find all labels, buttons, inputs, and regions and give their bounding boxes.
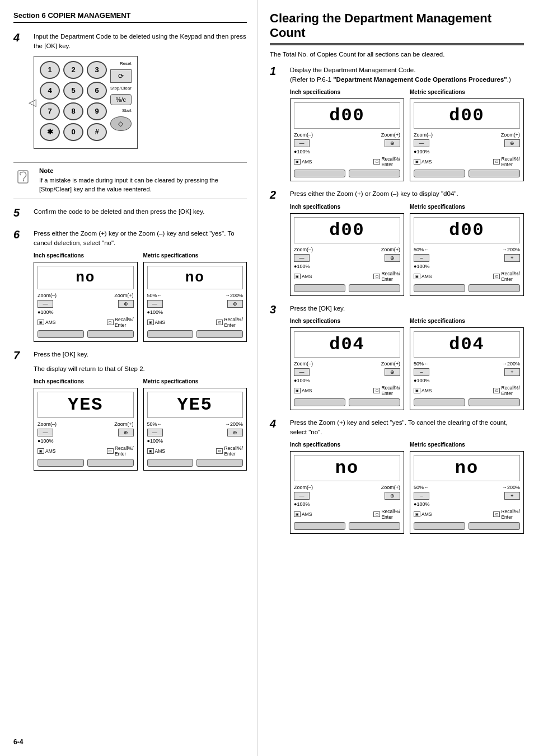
step7-inch-spec: YES Zoom(–) Zoom(+) — ⊕ ●100% — [34, 388, 138, 471]
step6-inch-btn-plus[interactable]: ⊕ — [118, 300, 134, 308]
key-8[interactable]: 8 — [63, 102, 83, 120]
r-step4-inch-btn-m[interactable]: — — [294, 492, 310, 500]
r-step4-metric-btn-m[interactable]: – — [414, 492, 429, 500]
r-step2-inch-label: Inch specifications — [290, 204, 404, 210]
step7-inch-zoom-minus: Zoom(–) — [38, 421, 57, 427]
right-step-1-content: Display the Department Management Code. … — [290, 65, 524, 182]
r-step3-metric-bl[interactable] — [414, 398, 465, 406]
r-step3-metric-spec: d04 50%← →200% – + ●100% ▣ AMS ⊡ Recall — [410, 327, 524, 410]
r-step4-inch-spec: no Zoom(–) Zoom(+) — ⊕ ●100% ▣ AMS ⊡ Re — [290, 451, 404, 534]
r-step1-metric-bl[interactable] — [414, 170, 465, 177]
right-step-4-row: 4 Press the Zoom (+) key and select "yes… — [270, 418, 524, 534]
step7-inch-btn-plus[interactable]: ⊕ — [118, 429, 134, 436]
step7-metric-btn-plus[interactable]: ⊕ — [227, 429, 243, 436]
key-5[interactable]: 5 — [63, 82, 83, 100]
r-step3-metric-btn-m[interactable]: – — [414, 368, 429, 376]
key-6[interactable]: 6 — [87, 82, 107, 100]
key-2[interactable]: 2 — [63, 61, 83, 79]
note-box: Note If a mistake is made during input i… — [13, 162, 247, 199]
step6-inch-recall: ⊡ Recall%/Enter — [107, 317, 134, 328]
step7-metric-btn-minus[interactable]: — — [147, 429, 163, 436]
r-step3-inch-btn-p[interactable]: ⊕ — [385, 368, 400, 376]
step-4-row: 4 Input the Department Code to be delete… — [13, 32, 247, 154]
step7-metric-btn-l[interactable] — [147, 459, 194, 467]
r-step3-inch-br[interactable] — [349, 398, 400, 406]
r-step1-metric-br[interactable] — [469, 170, 520, 177]
step7-metric-zoom-50: 50%← — [147, 421, 162, 427]
key-1[interactable]: 1 — [40, 61, 60, 79]
stopclear-label: Stop/Clear — [110, 86, 132, 91]
r-step2-inch-bl[interactable] — [294, 284, 345, 292]
key-4[interactable]: 4 — [40, 82, 60, 100]
start-key[interactable]: ◇ — [110, 116, 132, 131]
key-3[interactable]: 3 — [87, 61, 107, 79]
key-star[interactable]: ✱ — [40, 123, 60, 141]
step7-inch-btn-r[interactable] — [87, 459, 134, 467]
key-9[interactable]: 9 — [87, 102, 107, 120]
step7-metric-display: YE5 — [147, 392, 243, 418]
step6-inch-btn-l[interactable] — [38, 330, 84, 338]
r-step1-m-zoom-minus: Zoom(–) — [414, 132, 433, 138]
r-step4-inch-label: Inch specifications — [290, 442, 404, 448]
step6-inch-display: no — [38, 266, 134, 289]
r-step4-inch-btn-p[interactable]: ⊕ — [385, 492, 400, 500]
r-step4-inch-bl[interactable] — [294, 522, 345, 530]
step7-inch-label: Inch specifications — [34, 378, 138, 384]
step7-metric-100: ●100% — [147, 438, 163, 444]
r-step3-metric-br[interactable] — [469, 398, 520, 406]
step6-metric-zoom-50: 50%← — [147, 293, 162, 298]
key-0[interactable]: 0 — [63, 123, 83, 141]
r-step1-metric-btn-p[interactable]: ⊕ — [504, 139, 520, 147]
r-step2-inch-btn-p[interactable]: ⊕ — [385, 254, 400, 262]
svg-rect-0 — [18, 171, 28, 183]
r-step2-metric-br[interactable] — [469, 284, 520, 292]
key-hash[interactable]: # — [87, 123, 107, 141]
right-step-4-text: Press the Zoom (+) key and select "yes".… — [290, 418, 524, 438]
step-4-content: Input the Department Code to be deleted … — [34, 32, 247, 154]
r-step2-inch-btn-m[interactable]: — — [294, 254, 310, 262]
step6-inch-btn-minus[interactable]: — — [38, 300, 53, 308]
reset-key[interactable]: ⟳ — [110, 69, 132, 83]
step6-metric-btn-plus[interactable]: ⊕ — [227, 300, 243, 308]
r-step3-inch-btn-m[interactable]: — — [294, 368, 310, 376]
r-step2-inch-br[interactable] — [349, 284, 400, 292]
r-step1-metric-label: Metric specifications — [410, 89, 524, 95]
r-step2-metric-btn-m[interactable]: – — [414, 254, 429, 262]
r-step1-inch-bl[interactable] — [294, 170, 345, 177]
step7-metric-label: Metric specifications — [143, 378, 247, 384]
r-step3-metric-label: Metric specifications — [410, 318, 524, 324]
r-step4-metric-label: Metric specifications — [410, 442, 524, 448]
r-step1-inch-btn-p[interactable]: ⊕ — [385, 139, 400, 147]
step6-metric-btn-minus[interactable]: — — [147, 300, 163, 308]
step7-inch-btn-minus[interactable]: — — [38, 429, 53, 436]
step6-metric-btn-r[interactable] — [196, 330, 243, 338]
step6-metric-btn-l[interactable] — [147, 330, 194, 338]
step6-metric-label: Metric specifications — [143, 252, 247, 259]
step7-inch-100: ●100% — [38, 438, 53, 444]
right-step-3-text: Press the [OK] key. — [290, 304, 524, 313]
r-step1-inch-btn-m[interactable]: — — [294, 139, 310, 147]
step7-metric-btn-r[interactable] — [196, 459, 243, 467]
right-step-3-row: 3 Press the [OK] key. Inch specification… — [270, 304, 524, 410]
r-step2-metric-btn-p[interactable]: + — [504, 254, 520, 262]
r-step4-metric-btn-p[interactable]: + — [504, 492, 520, 500]
step7-metric-recall: ⊡ Recall%/Enter — [216, 445, 243, 457]
r-step4-metric-bl[interactable] — [414, 522, 465, 530]
key-7[interactable]: 7 — [40, 102, 60, 120]
r-step1-metric-btn-m[interactable]: — — [414, 139, 429, 147]
stop-clear-key[interactable]: %/c — [110, 94, 132, 105]
step6-metric-spec: no 50%← →200% — ⊕ ●100% ▣ — [143, 262, 247, 342]
r-step3-inch-bl[interactable] — [294, 398, 345, 406]
step-7-number: 7 — [13, 350, 29, 361]
r-step2-metric-bl[interactable] — [414, 284, 465, 292]
r-step4-inch-br[interactable] — [349, 522, 400, 530]
r-step3-metric-btn-p[interactable]: + — [504, 368, 520, 376]
step6-inch-btn-r[interactable] — [87, 330, 134, 338]
r-step3-inch-label: Inch specifications — [290, 318, 404, 324]
step7-inch-btn-l[interactable] — [38, 459, 84, 467]
r-step1-inch-br[interactable] — [349, 170, 400, 177]
step6-metric-zoom-200: →200% — [225, 293, 243, 298]
step6-metric-display: no — [147, 266, 243, 289]
r-step1-metric-spec: d00 Zoom(–) Zoom(+) — ⊕ ●100% ▣ AMS ⊡ R — [410, 98, 524, 181]
r-step4-metric-br[interactable] — [469, 522, 520, 530]
